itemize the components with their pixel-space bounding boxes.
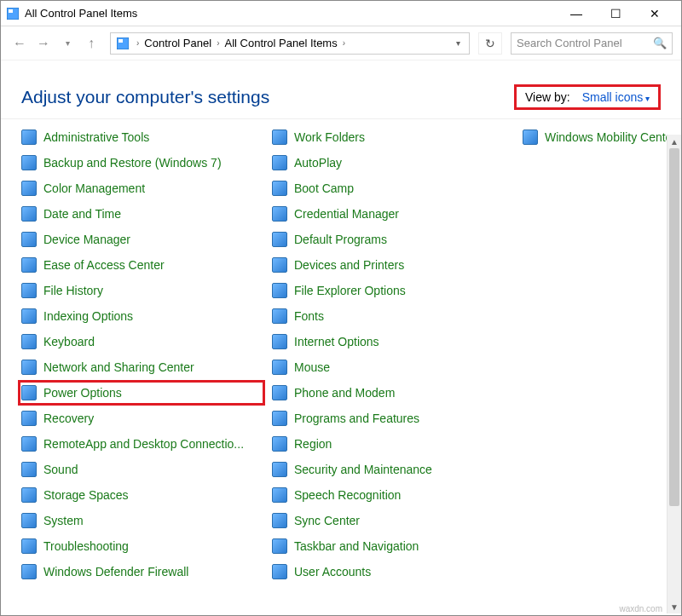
titlebar: All Control Panel Items — ☐ ✕ xyxy=(1,1,681,26)
control-panel-item[interactable]: User Accounts xyxy=(269,559,516,584)
item-icon xyxy=(21,360,37,375)
item-icon xyxy=(272,436,287,452)
item-label: Boot Camp xyxy=(294,181,354,195)
item-icon xyxy=(272,283,287,298)
breadcrumb-segment[interactable]: Control Panel xyxy=(144,37,211,49)
control-panel-item[interactable]: Storage Spaces xyxy=(18,482,265,508)
control-panel-item[interactable]: Color Management xyxy=(18,176,265,201)
item-label: Speech Recognition xyxy=(294,488,401,502)
scroll-down-icon[interactable]: ▼ xyxy=(668,600,681,613)
svg-rect-3 xyxy=(118,39,123,43)
control-panel-item[interactable]: Network and Sharing Center xyxy=(18,354,265,380)
svg-rect-1 xyxy=(9,9,13,13)
control-panel-item[interactable]: Recovery xyxy=(18,406,265,431)
page-title: Adjust your computer's settings xyxy=(21,87,514,107)
control-panel-item[interactable]: Keyboard xyxy=(18,329,265,354)
item-label: Power Options xyxy=(43,386,122,400)
close-button[interactable]: ✕ xyxy=(635,1,674,26)
items-area: Administrative ToolsBackup and Restore (… xyxy=(1,118,681,596)
control-panel-item[interactable]: Phone and Modem xyxy=(269,380,516,406)
item-label: Indexing Options xyxy=(43,309,133,323)
item-icon xyxy=(21,538,37,554)
item-icon xyxy=(272,206,287,222)
item-icon xyxy=(21,257,37,273)
chevron-right-icon[interactable]: › xyxy=(215,38,221,48)
item-label: Troubleshooting xyxy=(43,539,129,553)
scrollbar-thumb[interactable] xyxy=(669,148,679,506)
item-icon xyxy=(272,513,287,528)
search-icon[interactable]: 🔍 xyxy=(653,37,667,49)
item-label: Security and Maintenance xyxy=(294,463,432,476)
control-panel-item[interactable]: Fonts xyxy=(269,303,516,329)
control-panel-item[interactable]: Sync Center xyxy=(269,508,516,533)
item-icon xyxy=(272,308,287,324)
item-label: Internet Options xyxy=(294,335,379,348)
control-panel-item[interactable]: Administrative Tools xyxy=(18,124,265,150)
control-panel-item[interactable]: RemoteApp and Desktop Connectio... xyxy=(18,431,265,457)
back-button[interactable]: ← xyxy=(9,33,30,54)
item-label: Keyboard xyxy=(43,335,95,348)
breadcrumb-segment[interactable]: All Control Panel Items xyxy=(224,37,337,49)
item-label: Ease of Access Center xyxy=(43,258,165,272)
control-panel-item[interactable]: Device Manager xyxy=(18,227,265,252)
control-panel-item[interactable]: Credential Manager xyxy=(269,201,516,227)
forward-button[interactable]: → xyxy=(33,33,54,54)
item-icon xyxy=(21,513,37,528)
item-icon xyxy=(21,385,37,400)
scroll-up-icon[interactable]: ▲ xyxy=(668,135,681,148)
control-panel-icon xyxy=(6,7,20,20)
item-label: RemoteApp and Desktop Connectio... xyxy=(43,437,244,451)
item-icon xyxy=(21,130,37,145)
control-panel-item[interactable]: AutoPlay xyxy=(269,150,516,176)
control-panel-item[interactable]: Speech Recognition xyxy=(269,482,516,508)
item-label: Phone and Modem xyxy=(294,386,395,400)
item-label: Sync Center xyxy=(294,514,360,527)
control-panel-item[interactable]: System xyxy=(18,508,265,533)
control-panel-icon xyxy=(116,37,130,50)
view-by-dropdown[interactable]: Small icons xyxy=(582,90,650,104)
control-panel-item[interactable]: File Explorer Options xyxy=(269,278,516,303)
minimize-button[interactable]: — xyxy=(557,1,596,26)
search-placeholder: Search Control Panel xyxy=(517,37,622,49)
vertical-scrollbar[interactable]: ▲ ▼ xyxy=(667,135,681,613)
breadcrumb[interactable]: › Control Panel › All Control Panel Item… xyxy=(110,32,470,55)
control-panel-item[interactable]: Date and Time xyxy=(18,201,265,227)
item-label: Backup and Restore (Windows 7) xyxy=(43,156,222,170)
view-by-control: View by: Small icons xyxy=(514,84,661,110)
search-input[interactable]: Search Control Panel 🔍 xyxy=(511,32,673,55)
maximize-button[interactable]: ☐ xyxy=(596,1,635,26)
item-label: Taskbar and Navigation xyxy=(294,539,419,553)
control-panel-item[interactable]: Internet Options xyxy=(269,329,516,354)
item-icon xyxy=(21,334,37,349)
control-panel-item[interactable]: Boot Camp xyxy=(269,176,516,201)
breadcrumb-dropdown-icon[interactable]: ▾ xyxy=(453,38,464,48)
control-panel-item[interactable]: File History xyxy=(18,278,265,303)
item-icon xyxy=(272,411,287,426)
control-panel-item[interactable]: Backup and Restore (Windows 7) xyxy=(18,150,265,176)
control-panel-item[interactable]: Windows Defender Firewall xyxy=(18,559,265,584)
control-panel-item[interactable]: Sound xyxy=(18,457,265,482)
chevron-right-icon[interactable]: › xyxy=(135,38,141,48)
control-panel-item[interactable]: Mouse xyxy=(269,354,516,380)
item-label: Color Management xyxy=(43,181,145,195)
item-icon xyxy=(272,462,287,477)
control-panel-item[interactable]: Ease of Access Center xyxy=(18,252,265,278)
chevron-right-icon[interactable]: › xyxy=(341,38,347,48)
control-panel-item[interactable]: Security and Maintenance xyxy=(269,457,516,482)
refresh-button[interactable]: ↻ xyxy=(478,32,502,55)
item-label: Programs and Features xyxy=(294,412,419,425)
control-panel-item[interactable]: Indexing Options xyxy=(18,303,265,329)
control-panel-item[interactable]: Power Options xyxy=(18,380,265,406)
control-panel-item[interactable]: Default Programs xyxy=(269,227,516,252)
control-panel-item[interactable]: Programs and Features xyxy=(269,406,516,431)
item-icon xyxy=(272,334,287,349)
control-panel-item[interactable]: Taskbar and Navigation xyxy=(269,533,516,559)
control-panel-item[interactable]: Devices and Printers xyxy=(269,252,516,278)
up-button[interactable]: ↑ xyxy=(81,33,101,54)
item-icon xyxy=(21,487,37,503)
recent-locations-button[interactable]: ▾ xyxy=(57,33,78,54)
control-panel-item[interactable]: Region xyxy=(269,431,516,457)
control-panel-item[interactable]: Windows Mobility Center xyxy=(519,124,681,150)
control-panel-item[interactable]: Work Folders xyxy=(269,124,516,150)
control-panel-item[interactable]: Troubleshooting xyxy=(18,533,265,559)
